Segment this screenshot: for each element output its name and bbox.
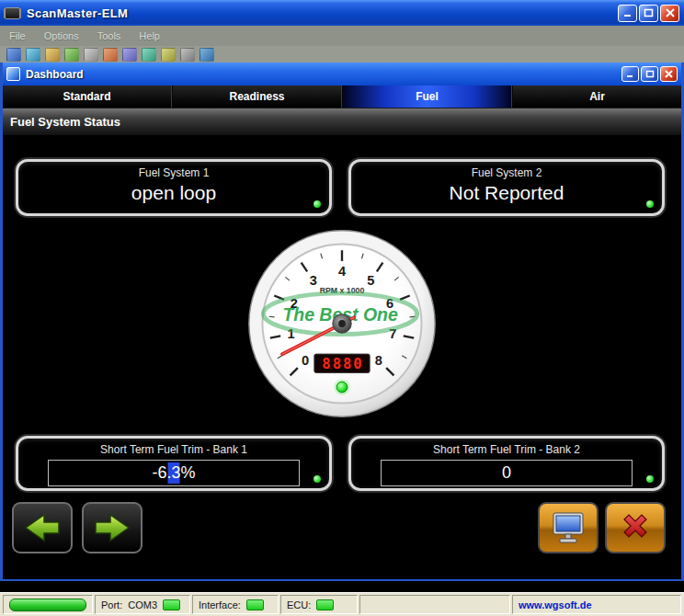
ecu-led (316, 599, 334, 610)
dashboard-title: Dashboard (26, 68, 620, 81)
website-cell: www.wgsoft.de (512, 595, 681, 614)
port-label: Port: (101, 599, 122, 610)
svg-text:3: 3 (310, 273, 317, 288)
menu-file[interactable]: File (9, 30, 26, 41)
rpm-gauge: 0 1 2 3 4 5 6 7 8 RPM x 1000 The B (244, 225, 440, 422)
svg-text:4: 4 (338, 264, 347, 279)
value-box: 0 (381, 460, 633, 486)
close-icon (666, 8, 675, 17)
arrow-right-icon (92, 511, 132, 544)
connection-progress (9, 599, 86, 611)
dashboard-tabbar: Standard Readiness Fuel Air (3, 86, 681, 108)
dashboard-minimize-button[interactable] (621, 66, 639, 82)
toolbar (0, 46, 684, 63)
svg-text:8880: 8880 (322, 356, 363, 372)
window-title: ScanMaster-ELM (27, 6, 616, 20)
stft-bank1-panel: Short Term Fuel Trim - Bank 1 -6.3% (16, 436, 332, 491)
tab-air[interactable]: Air (512, 86, 681, 108)
panel-value: Not Reported (351, 182, 662, 204)
stft-bank2-panel: Short Term Fuel Trim - Bank 2 0 (348, 436, 665, 491)
svg-text:0: 0 (302, 353, 309, 368)
port-value: COM3 (128, 599, 157, 610)
tab-fuel[interactable]: Fuel (342, 86, 512, 108)
back-button[interactable] (12, 502, 73, 553)
toolbar-icon[interactable] (161, 48, 176, 62)
toolbar-icon[interactable] (64, 48, 79, 62)
dashboard-titlebar: Dashboard (3, 63, 681, 86)
close-x-icon (617, 510, 654, 545)
scanmaster-app: ScanMaster-ELM File Options Tools Help (0, 0, 684, 616)
maximize-icon (644, 8, 654, 17)
dashboard-window: Dashboard Standard Readiness Fuel Air Fu… (0, 63, 684, 581)
ecu-label: ECU: (287, 599, 311, 610)
maximize-button[interactable] (639, 5, 658, 22)
gauge-hub-center (338, 320, 346, 327)
close-button[interactable] (660, 5, 679, 22)
panel-label: Short Term Fuel Trim - Bank 2 (351, 443, 662, 456)
minimize-button[interactable] (618, 5, 637, 22)
toolbar-icon[interactable] (200, 48, 214, 62)
toolbar-icon[interactable] (84, 48, 98, 62)
gauge-led (336, 382, 348, 393)
panel-value: 0 (502, 463, 511, 483)
panel-value: open loop (18, 182, 329, 204)
fuel-system-1-panel: Fuel System 1 open loop (16, 159, 332, 216)
tab-standard[interactable]: Standard (3, 86, 172, 108)
ecu-cell: ECU: (280, 595, 358, 614)
svg-text:5: 5 (367, 273, 374, 288)
toolbar-icon[interactable] (6, 48, 21, 62)
interface-label: Interface: (199, 599, 241, 610)
exit-button[interactable] (605, 502, 666, 553)
panel-label: Fuel System 1 (18, 166, 329, 179)
section-title: Fuel System Status (10, 115, 120, 129)
menu-tools[interactable]: Tools (97, 30, 121, 41)
dashboard-icon (6, 67, 20, 81)
minimize-icon (626, 71, 634, 78)
forward-button[interactable] (82, 502, 142, 553)
toolbar-icon[interactable] (45, 48, 60, 62)
dashboard-close-button[interactable] (660, 66, 678, 82)
menu-bar: File Options Tools Help (0, 26, 684, 46)
status-led (314, 200, 321, 208)
minimize-icon (623, 9, 633, 17)
toolbar-icon[interactable] (180, 48, 195, 62)
port-led (163, 599, 180, 610)
section-header: Fuel System Status (3, 108, 681, 135)
status-led (314, 475, 321, 483)
panel-value: -6.3% (152, 463, 195, 483)
menu-options[interactable]: Options (44, 30, 79, 41)
menu-help[interactable]: Help (139, 30, 160, 41)
status-bar: Port: COM3 Interface: ECU: www.wgsoft.de (0, 592, 684, 616)
panel-label: Short Term Fuel Trim - Bank 1 (18, 443, 329, 456)
main-titlebar: ScanMaster-ELM (0, 0, 684, 26)
status-led (646, 200, 654, 208)
svg-text:8: 8 (375, 353, 382, 368)
monitor-icon (548, 510, 588, 545)
toolbar-icon[interactable] (142, 48, 156, 62)
arrow-left-icon (22, 511, 63, 544)
connection-progress-cell (3, 595, 93, 614)
close-icon (665, 70, 673, 78)
fuel-system-2-panel: Fuel System 2 Not Reported (348, 159, 665, 216)
status-led (646, 475, 654, 483)
toolbar-icon[interactable] (122, 48, 137, 62)
interface-cell: Interface: (192, 595, 279, 614)
dashboard-content: Fuel System 1 open loop Fuel System 2 No… (3, 135, 681, 579)
monitor-button[interactable] (538, 502, 598, 553)
maximize-icon (645, 70, 655, 78)
toolbar-icon[interactable] (103, 48, 118, 62)
toolbar-icon[interactable] (26, 48, 40, 62)
value-box: -6.3% (48, 460, 300, 486)
panel-label: Fuel System 2 (351, 166, 662, 179)
website-link[interactable]: www.wgsoft.de (519, 599, 592, 610)
statusbar-spacer (359, 595, 510, 614)
tab-readiness[interactable]: Readiness (172, 86, 342, 108)
chip-app-icon (5, 7, 20, 19)
interface-led (246, 599, 264, 610)
digital-rpm-display: 8880 (314, 354, 370, 372)
port-cell: Port: COM3 (95, 595, 190, 614)
dashboard-maximize-button[interactable] (641, 66, 658, 82)
